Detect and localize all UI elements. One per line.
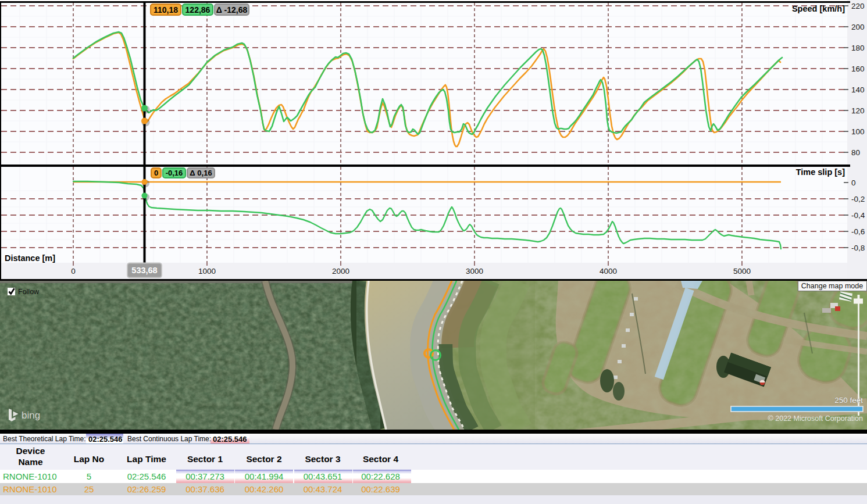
- svg-text:Time slip [s]: Time slip [s]: [796, 167, 845, 177]
- svg-text:140: 140: [851, 85, 865, 94]
- svg-text:110,18: 110,18: [154, 5, 178, 15]
- svg-text:bing: bing: [22, 410, 40, 421]
- svg-text:Change map mode: Change map mode: [801, 282, 863, 290]
- svg-text:200: 200: [851, 23, 865, 31]
- svg-text:-0,16: -0,16: [166, 169, 183, 177]
- svg-text:80: 80: [851, 148, 860, 157]
- svg-text:3000: 3000: [466, 267, 483, 276]
- svg-text:-0,6: -0,6: [851, 227, 865, 236]
- svg-text:220: 220: [851, 2, 865, 10]
- svg-text:0: 0: [71, 267, 76, 276]
- svg-text:Δ -12,68: Δ -12,68: [216, 5, 248, 15]
- svg-text:533,68: 533,68: [131, 266, 157, 275]
- svg-text:0: 0: [851, 178, 856, 187]
- svg-text:1000: 1000: [198, 267, 216, 276]
- svg-text:Δ 0,16: Δ 0,16: [190, 169, 212, 177]
- svg-text:-0,4: -0,4: [851, 211, 865, 220]
- svg-text:0: 0: [154, 169, 158, 177]
- svg-text:2000: 2000: [332, 267, 349, 276]
- svg-text:Distance [m]: Distance [m]: [5, 253, 55, 263]
- svg-text:Follow: Follow: [18, 288, 40, 296]
- svg-text:Speed [km/h]: Speed [km/h]: [792, 4, 845, 13]
- svg-text:-0,8: -0,8: [851, 244, 865, 252]
- svg-text:100: 100: [851, 127, 865, 136]
- svg-text:© 2022 Microsoft Corporation: © 2022 Microsoft Corporation: [768, 414, 864, 423]
- svg-text:4000: 4000: [600, 267, 617, 276]
- svg-text:160: 160: [851, 65, 865, 73]
- svg-text:180: 180: [851, 44, 865, 52]
- svg-text:122,86: 122,86: [185, 5, 210, 15]
- svg-text:250 feet: 250 feet: [834, 396, 863, 405]
- svg-text:120: 120: [851, 106, 865, 115]
- svg-text:-0,2: -0,2: [851, 195, 865, 203]
- svg-text:5000: 5000: [733, 267, 751, 276]
